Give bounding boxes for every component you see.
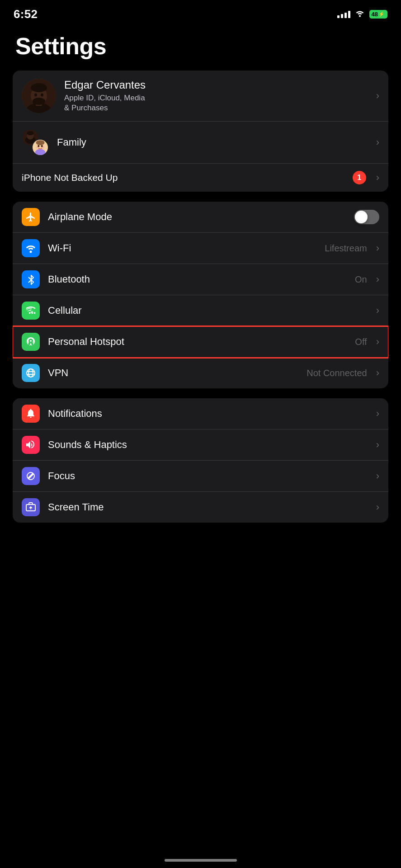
bluetooth-row[interactable]: Bluetooth On › <box>13 264 388 295</box>
vpn-label: VPN <box>48 367 307 379</box>
wifi-value: Lifestream <box>325 243 367 254</box>
chevron-right-icon: › <box>376 305 379 316</box>
backup-badge: 1 <box>353 171 366 184</box>
signal-bars-icon <box>337 10 350 18</box>
svg-point-5 <box>31 83 47 92</box>
svg-point-24 <box>27 369 35 377</box>
family-avatar-2 <box>32 139 49 156</box>
sounds-haptics-label: Sounds & Haptics <box>48 439 372 451</box>
focus-label: Focus <box>48 470 372 482</box>
avatar <box>22 79 56 113</box>
svg-point-23 <box>30 340 32 342</box>
status-time: 6:52 <box>14 7 38 21</box>
personal-hotspot-value: Off <box>355 337 367 347</box>
bluetooth-label: Bluetooth <box>48 274 355 285</box>
svg-point-7 <box>34 94 37 97</box>
sounds-haptics-row[interactable]: Sounds & Haptics › <box>13 429 388 461</box>
connectivity-section: Airplane Mode Wi-Fi Lifestream › Bluetoo… <box>13 202 388 388</box>
profile-subtitle: Apple ID, iCloud, Media& Purchases <box>64 93 372 113</box>
status-bar: 6:52 48 ⚡ <box>0 0 401 24</box>
cellular-row[interactable]: ●●● Cellular › <box>13 295 388 326</box>
system-section: Notifications › Sounds & Haptics › Focus… <box>13 398 388 523</box>
wifi-row[interactable]: Wi-Fi Lifestream › <box>13 233 388 264</box>
cellular-label: Cellular <box>48 305 372 316</box>
notifications-icon <box>22 405 40 423</box>
chevron-right-icon: › <box>376 470 379 482</box>
svg-point-12 <box>27 131 33 135</box>
family-label: Family <box>57 137 372 148</box>
chevron-right-icon: › <box>376 336 379 348</box>
svg-point-21 <box>30 251 32 253</box>
chevron-right-icon: › <box>376 172 379 184</box>
personal-hotspot-icon <box>22 333 40 351</box>
wifi-icon <box>22 239 40 257</box>
screen-time-label: Screen Time <box>48 501 372 513</box>
status-icons: 48 ⚡ <box>337 9 387 19</box>
airplane-mode-row[interactable]: Airplane Mode <box>13 202 388 233</box>
svg-point-19 <box>36 146 39 148</box>
sounds-haptics-icon <box>22 436 40 454</box>
chevron-right-icon: › <box>376 274 379 285</box>
chevron-right-icon: › <box>376 242 379 254</box>
chevron-right-icon: › <box>376 90 379 102</box>
profile-name: Edgar Cervantes <box>64 79 372 91</box>
notifications-row[interactable]: Notifications › <box>13 398 388 429</box>
battery-charging-icon: ⚡ <box>378 11 385 17</box>
vpn-row[interactable]: VPN Not Connected › <box>13 358 388 388</box>
chevron-right-icon: › <box>376 137 379 148</box>
screen-time-icon <box>22 498 40 516</box>
notifications-label: Notifications <box>48 408 372 420</box>
battery-icon: 48 ⚡ <box>369 10 387 19</box>
airplane-mode-toggle[interactable] <box>354 210 379 224</box>
wifi-label: Wi-Fi <box>48 242 325 254</box>
focus-row[interactable]: Focus › <box>13 461 388 492</box>
wifi-status-icon <box>355 9 365 19</box>
svg-point-6 <box>33 98 45 105</box>
bluetooth-icon <box>22 270 40 288</box>
airplane-mode-label: Airplane Mode <box>48 211 354 223</box>
vpn-value: Not Connected <box>307 368 367 378</box>
svg-point-0 <box>359 15 361 17</box>
svg-point-18 <box>36 140 45 145</box>
cellular-icon: ●●● <box>22 302 40 320</box>
chevron-right-icon: › <box>376 439 379 451</box>
backup-row[interactable]: iPhone Not Backed Up 1 › <box>13 164 388 192</box>
toggle-knob <box>355 211 368 223</box>
apple-id-row[interactable]: Edgar Cervantes Apple ID, iCloud, Media&… <box>13 71 388 122</box>
chevron-right-icon: › <box>376 408 379 420</box>
svg-point-25 <box>28 369 33 377</box>
profile-info: Edgar Cervantes Apple ID, iCloud, Media&… <box>64 79 372 113</box>
backup-label: iPhone Not Backed Up <box>22 172 353 183</box>
airplane-mode-icon <box>22 208 40 226</box>
page-title: Settings <box>0 24 401 71</box>
vpn-icon <box>22 364 40 382</box>
chevron-right-icon: › <box>376 501 379 513</box>
family-row[interactable]: Family › <box>13 122 388 164</box>
svg-point-20 <box>42 146 45 148</box>
chevron-right-icon: › <box>376 367 379 379</box>
screen-time-row[interactable]: Screen Time › <box>13 492 388 523</box>
personal-hotspot-label: Personal Hotspot <box>48 336 355 348</box>
family-avatars <box>22 129 49 156</box>
home-indicator <box>165 859 237 862</box>
focus-icon <box>22 467 40 485</box>
svg-point-8 <box>41 94 43 97</box>
bluetooth-value: On <box>355 274 367 285</box>
profile-section: Edgar Cervantes Apple ID, iCloud, Media&… <box>13 71 388 192</box>
personal-hotspot-row[interactable]: Personal Hotspot Off › <box>13 326 388 358</box>
battery-percent: 48 <box>372 11 378 18</box>
svg-text:●●●: ●●● <box>28 311 36 315</box>
